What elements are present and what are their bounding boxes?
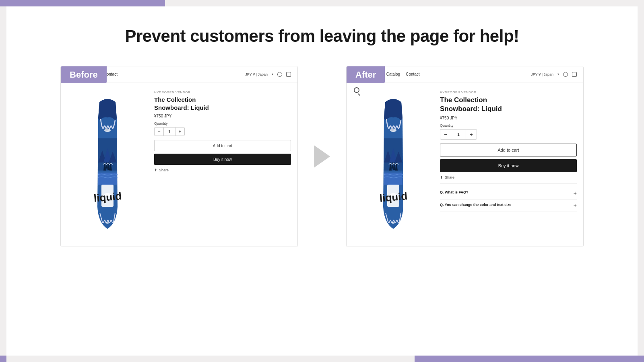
after-snowboard-wrapper: liquid xyxy=(353,89,433,240)
faq-plus-1: + xyxy=(574,203,577,208)
before-label: Before xyxy=(61,66,107,83)
after-vendor: HYDROGEN VENDOR xyxy=(440,90,577,94)
svg-text:liquid: liquid xyxy=(93,190,122,204)
after-qty-plus[interactable]: + xyxy=(466,129,477,140)
before-qty-control: − 1 + xyxy=(154,127,291,136)
after-snowboard-svg: liquid xyxy=(367,98,419,231)
after-nav-right: JPY ¥ | Japan ▾ xyxy=(531,72,577,77)
svg-point-13 xyxy=(104,193,111,196)
after-search-icon[interactable] xyxy=(563,72,568,77)
before-nav-region: JPY ¥ | Japan xyxy=(245,72,268,76)
before-price: ¥750 JPY xyxy=(154,114,291,118)
main-content: Prevent customers from leaving the page … xyxy=(6,6,638,356)
after-qty-minus[interactable]: − xyxy=(440,129,451,140)
svg-point-28 xyxy=(390,193,396,196)
before-add-cart-button[interactable]: Add to cart xyxy=(154,140,291,151)
after-share-label: Share xyxy=(445,175,454,179)
headline: Prevent customers from leaving the page … xyxy=(125,27,519,46)
after-product-details: HYDROGEN VENDOR The Collection Snowboard… xyxy=(440,89,577,240)
after-nav-contact[interactable]: Contact xyxy=(406,72,419,76)
before-qty-minus[interactable]: − xyxy=(154,127,164,136)
after-share-icon: ⬆ xyxy=(440,175,443,179)
before-nav-chevron: ▾ xyxy=(272,72,273,76)
before-share-icon: ⬆ xyxy=(154,168,157,172)
after-magnify-icon[interactable] xyxy=(354,87,359,93)
before-product-area: liquid HYDROGEN VENDOR T xyxy=(61,82,297,247)
after-label: After xyxy=(347,66,385,83)
after-price: ¥750 JPY xyxy=(440,116,577,120)
svg-point-14 xyxy=(106,222,109,224)
before-panel: Before Catalog Contact JPY ¥ | Japan ▾ xyxy=(60,66,298,247)
after-cart-icon[interactable] xyxy=(572,72,577,77)
before-qty-label: Quantity xyxy=(154,121,291,125)
faq-question-1: Q. You can change the color and text siz… xyxy=(440,203,570,207)
direction-arrow xyxy=(314,145,330,168)
before-nav-right: JPY ¥ | Japan ▾ xyxy=(245,72,291,77)
before-cart-icon[interactable] xyxy=(286,72,291,77)
faq-item-0[interactable]: Q. What is FAQ? + xyxy=(440,187,577,200)
svg-point-27 xyxy=(390,128,394,131)
before-product-title: The Collection Snowboard: Liquid xyxy=(154,96,291,111)
before-vendor: HYDROGEN VENDOR xyxy=(154,90,291,94)
svg-rect-8 xyxy=(98,173,117,185)
before-buy-now-button[interactable]: Buy it now xyxy=(154,154,291,165)
after-nav-chevron: ▾ xyxy=(557,72,559,76)
after-panel: After Home Catalog Contact JPY ¥ | Japan… xyxy=(346,66,584,247)
after-product-area: liquid HYDROGEN VENDOR The Collection Sn… xyxy=(347,82,583,247)
after-qty-control: − 1 + xyxy=(440,129,577,140)
faq-item-1[interactable]: Q. You can change the color and text siz… xyxy=(440,200,577,212)
svg-point-29 xyxy=(392,222,394,224)
comparison-wrapper: Before Catalog Contact JPY ¥ | Japan ▾ xyxy=(31,66,613,247)
before-share-label: Share xyxy=(159,168,169,172)
after-qty-label: Quantity xyxy=(440,123,577,128)
arrow-container xyxy=(314,145,330,168)
before-qty-value: 1 xyxy=(164,127,175,136)
before-share-row: ⬆ Share xyxy=(154,168,291,172)
svg-rect-23 xyxy=(384,173,402,185)
after-faq-section: Q. What is FAQ? + Q. You can change the … xyxy=(440,183,577,212)
after-nav-catalog[interactable]: Catalog xyxy=(386,72,400,76)
faq-question-0: Q. What is FAQ? xyxy=(440,190,570,194)
before-snowboard-svg: liquid xyxy=(81,98,134,231)
before-snowboard-wrapper: liquid xyxy=(67,89,148,240)
faq-plus-0: + xyxy=(574,190,577,196)
corner-decoration-tl xyxy=(0,0,165,6)
corner-decoration-bl xyxy=(0,356,6,362)
after-add-cart-button[interactable]: Add to cart xyxy=(440,144,577,156)
before-search-icon[interactable] xyxy=(277,72,282,77)
corner-decoration-br xyxy=(415,356,644,362)
svg-text:liquid: liquid xyxy=(379,190,408,204)
after-qty-value: 1 xyxy=(451,129,466,140)
before-product-details: HYDROGEN VENDOR The Collection Snowboard… xyxy=(154,89,291,240)
before-qty-plus[interactable]: + xyxy=(175,127,185,136)
svg-point-12 xyxy=(105,128,109,131)
after-product-title: The Collection Snowboard: Liquid xyxy=(440,96,577,113)
after-share-row: ⬆ Share xyxy=(440,175,577,179)
after-nav-region: JPY ¥ | Japan xyxy=(531,72,553,76)
after-buy-now-button[interactable]: Buy it now xyxy=(440,159,577,172)
